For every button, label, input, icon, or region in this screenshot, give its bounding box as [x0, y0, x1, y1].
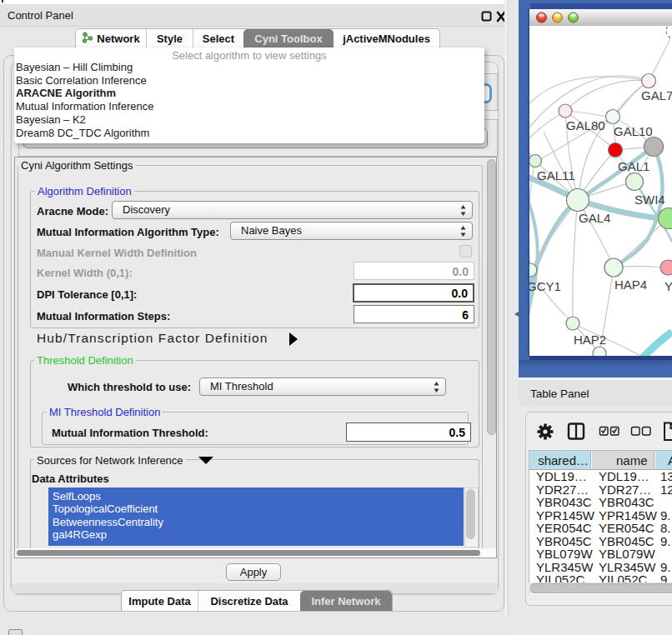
svg-text:GAL80: GAL80: [566, 118, 605, 132]
svg-text:HAP2: HAP2: [574, 332, 606, 347]
svg-text:HAP4: HAP4: [614, 278, 647, 292]
svg-text:GAL1: GAL1: [618, 159, 649, 173]
svg-text:GCY1: GCY1: [529, 279, 561, 293]
svg-text:GAL4: GAL4: [579, 211, 610, 225]
svg-text:GAL11: GAL11: [537, 168, 575, 182]
svg-text:SWI4: SWI4: [634, 192, 665, 207]
svg-text:GAL10: GAL10: [614, 124, 653, 138]
svg-text:GAL7: GAL7: [641, 88, 672, 102]
svg-text:Y: Y: [664, 279, 672, 293]
